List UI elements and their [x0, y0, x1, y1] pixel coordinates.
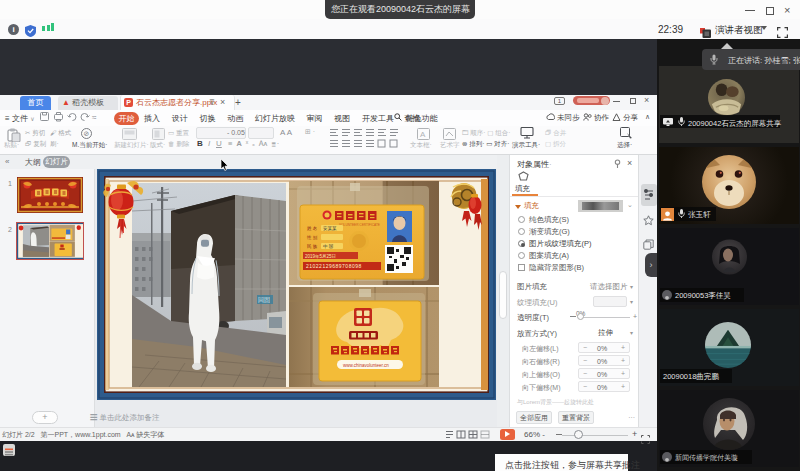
svg-text:VOLUNTEER CERTIFICATE: VOLUNTEER CERTIFICATE	[339, 223, 380, 227]
svg-text:www.chinavolunteer.cn: www.chinavolunteer.cn	[343, 363, 389, 368]
svg-text:中 国: 中 国	[323, 244, 333, 249]
svg-text:2019年5月25日: 2019年5月25日	[305, 254, 336, 259]
svg-text:姓 名: 姓 名	[307, 225, 317, 231]
svg-text:21022129689708098: 21022129689708098	[306, 263, 362, 269]
svg-text:民 族: 民 族	[307, 244, 318, 249]
svg-text:安某某: 安某某	[323, 226, 337, 231]
svg-text:A: A	[420, 130, 426, 139]
svg-text:回固: 回固	[258, 297, 270, 304]
